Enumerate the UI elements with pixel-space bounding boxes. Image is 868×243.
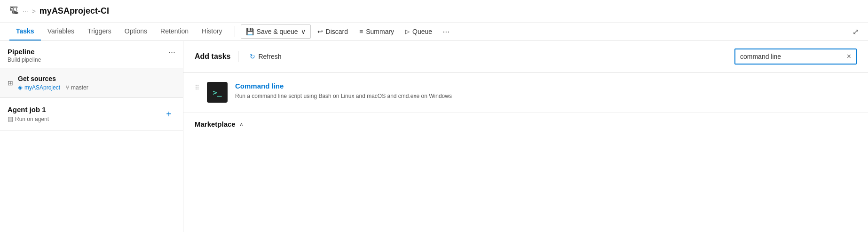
undo-icon: ↩ — [317, 28, 323, 35]
pipeline-title: Pipeline — [8, 48, 41, 56]
refresh-label: Refresh — [258, 53, 281, 60]
agent-job-title: Agent job 1 — [8, 105, 49, 113]
agent-job-subtitle-label: Run on agent — [15, 116, 49, 122]
agent-job-subtitle: ▤ Run on agent — [8, 115, 49, 122]
get-sources-branch: ⑂ master — [66, 84, 88, 91]
list-icon: ≡ — [359, 28, 363, 35]
discard-button[interactable]: ↩ Discard — [313, 25, 353, 38]
get-sources-meta: ◈ myASAproject ⑂ master — [18, 84, 88, 91]
pipeline-more-button[interactable]: ··· — [168, 48, 175, 57]
discard-label: Discard — [326, 28, 348, 35]
agent-icon: ▤ — [8, 115, 13, 122]
summary-button[interactable]: ≡ Summary — [355, 25, 399, 38]
page-title: myASAproject-CI — [39, 6, 109, 16]
search-box: × — [734, 49, 857, 65]
queue-button[interactable]: ▷ Queue — [401, 25, 437, 38]
pipeline-subtitle: Build pipeline — [8, 57, 41, 63]
branch-icon: ⑂ — [66, 84, 69, 91]
marketplace-section[interactable]: Marketplace ∧ — [183, 113, 868, 136]
agent-job-left: Agent job 1 ▤ Run on agent — [8, 105, 49, 122]
repo-icon: ◈ — [18, 84, 23, 91]
breadcrumb: 🏗 ··· > myASAproject-CI — [0, 0, 868, 23]
pipeline-info: Pipeline Build pipeline — [8, 48, 41, 63]
search-input[interactable] — [735, 50, 842, 63]
more-button[interactable]: ··· — [439, 24, 453, 40]
play-icon: ▷ — [405, 28, 410, 35]
nav-divider — [235, 26, 235, 37]
drag-handle-icon: ⠿ — [195, 84, 199, 91]
add-tasks-title: Add tasks — [195, 52, 230, 61]
chevron-up-icon: ∧ — [239, 121, 244, 128]
tab-history[interactable]: History — [195, 23, 229, 40]
save-icon: 💾 — [246, 28, 254, 35]
queue-label: Queue — [412, 28, 432, 35]
summary-label: Summary — [366, 28, 394, 35]
task-icon-box: >_ — [207, 82, 228, 103]
refresh-button[interactable]: ↻ Refresh — [246, 51, 285, 62]
tab-triggers[interactable]: Triggers — [81, 23, 118, 40]
build-icon: 🏗 — [9, 6, 19, 16]
right-panel: Add tasks ↻ Refresh × ⠿ >_ Command line … — [183, 41, 868, 232]
left-panel: Pipeline Build pipeline ··· ⊞ Get source… — [0, 41, 183, 232]
agent-job-add-button[interactable]: + — [162, 107, 175, 122]
pipeline-header: Pipeline Build pipeline ··· — [0, 41, 183, 68]
add-tasks-header: Add tasks ↻ Refresh × — [183, 41, 868, 73]
expand-icon[interactable]: ⤢ — [852, 27, 859, 36]
tab-options[interactable]: Options — [118, 23, 154, 40]
agent-job-item[interactable]: Agent job 1 ▤ Run on agent + — [0, 98, 183, 130]
tab-retention[interactable]: Retention — [154, 23, 195, 40]
get-sources-info: Get sources ◈ myASAproject ⑂ master — [18, 75, 88, 91]
command-line-icon: >_ — [213, 88, 221, 97]
task-description: Run a command line script using Bash on … — [235, 92, 857, 100]
branch-name: master — [71, 84, 88, 91]
get-sources-repo: ◈ myASAproject — [18, 84, 60, 91]
tab-tasks[interactable]: Tasks — [9, 23, 41, 40]
save-queue-chevron-icon: ∨ — [301, 28, 306, 35]
refresh-icon: ↻ — [250, 53, 255, 60]
add-tasks-divider — [238, 51, 238, 62]
nav-tabs: Tasks Variables Triggers Options Retenti… — [0, 23, 868, 41]
breadcrumb-dots[interactable]: ··· — [23, 8, 28, 15]
save-queue-label: Save & queue — [257, 28, 298, 35]
nav-actions: 💾 Save & queue ∨ ↩ Discard ≡ Summary ▷ Q… — [241, 24, 454, 40]
task-info: Command line Run a command line script u… — [235, 82, 857, 100]
get-sources-icon: ⊞ — [8, 79, 13, 87]
tab-variables[interactable]: Variables — [41, 23, 81, 40]
search-clear-button[interactable]: × — [842, 49, 856, 64]
task-result-item: ⠿ >_ Command line Run a command line scr… — [183, 73, 868, 113]
get-sources-label: Get sources — [18, 75, 88, 82]
marketplace-title: Marketplace — [195, 120, 236, 128]
repo-name: myASAproject — [24, 84, 60, 91]
task-name[interactable]: Command line — [235, 82, 857, 90]
get-sources-item[interactable]: ⊞ Get sources ◈ myASAproject ⑂ master — [0, 68, 183, 98]
save-queue-button[interactable]: 💾 Save & queue ∨ — [241, 24, 311, 39]
main-layout: Pipeline Build pipeline ··· ⊞ Get source… — [0, 41, 868, 232]
breadcrumb-arrow: > — [32, 8, 36, 15]
